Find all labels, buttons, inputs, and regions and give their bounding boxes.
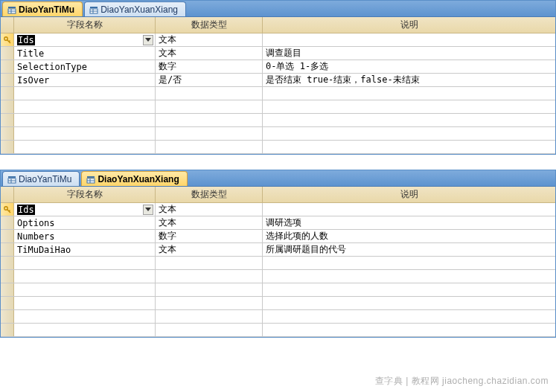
description-cell[interactable] — [263, 203, 555, 216]
row-gutter[interactable] — [1, 74, 14, 86]
header-field-name[interactable]: 字段名称 — [14, 17, 156, 33]
data-type-cell[interactable] — [156, 114, 263, 126]
grid-row[interactable]: TiMuDaiHao 文本 所属调研题目的代号 — [1, 243, 555, 257]
row-gutter[interactable] — [1, 141, 14, 153]
grid-row[interactable]: IsOver 是/否 是否结束 true-结束，false-未结束 — [1, 74, 555, 87]
row-gutter[interactable] — [1, 87, 14, 100]
header-field-name[interactable]: 字段名称 — [14, 187, 156, 202]
header-data-type[interactable]: 数据类型 — [156, 17, 263, 33]
description-cell[interactable]: 是否结束 true-结束，false-未结束 — [263, 74, 555, 86]
tab-diaoyanxuanxiang[interactable]: DiaoYanXuanXiang — [84, 1, 186, 16]
grid-row[interactable]: Title 文本 调查题目 — [1, 47, 555, 60]
description-cell[interactable] — [263, 324, 555, 336]
description-cell[interactable]: 调查题目 — [263, 47, 555, 60]
row-gutter[interactable] — [1, 230, 14, 242]
grid-row-empty[interactable] — [1, 141, 555, 154]
field-name-cell[interactable]: Title — [14, 47, 156, 60]
grid-row[interactable]: Numbers 数字 选择此项的人数 — [1, 230, 555, 243]
grid-row-empty[interactable] — [1, 100, 555, 114]
data-type-cell[interactable] — [156, 141, 263, 153]
data-type-cell[interactable]: 文本 — [156, 216, 263, 229]
row-gutter[interactable] — [1, 47, 14, 60]
grid-row-empty[interactable] — [1, 324, 555, 337]
description-cell[interactable]: 0-单选 1-多选 — [263, 60, 555, 73]
field-name-cell[interactable] — [14, 127, 156, 140]
field-name-cell[interactable] — [14, 283, 156, 296]
field-name-cell[interactable]: SelectionType — [14, 60, 156, 73]
grid-row-empty[interactable] — [1, 310, 555, 324]
row-gutter[interactable] — [1, 100, 14, 113]
field-name-cell[interactable]: Ids — [14, 203, 156, 216]
dropdown-button[interactable] — [143, 35, 153, 45]
grid-row-empty[interactable] — [1, 127, 555, 141]
grid-row-empty[interactable] — [1, 283, 555, 297]
data-type-cell[interactable] — [156, 127, 263, 140]
row-gutter[interactable] — [1, 216, 14, 229]
grid-row[interactable]: Ids 文本 — [1, 33, 555, 47]
row-gutter[interactable] — [1, 127, 14, 140]
data-type-cell[interactable] — [156, 297, 263, 309]
data-type-cell[interactable] — [156, 283, 263, 296]
field-name-cell[interactable]: TiMuDaiHao — [14, 243, 156, 256]
tab-diaoyanxuanxiang[interactable]: DiaoYanXuanXiang — [81, 171, 187, 186]
field-name-cell[interactable] — [14, 324, 156, 336]
data-type-cell[interactable]: 是/否 — [156, 74, 263, 86]
description-cell[interactable] — [263, 283, 555, 296]
grid-row-empty[interactable] — [1, 257, 555, 270]
data-type-cell[interactable] — [156, 87, 263, 100]
description-cell[interactable]: 所属调研题目的代号 — [263, 243, 555, 256]
data-type-cell[interactable]: 文本 — [156, 47, 263, 60]
grid-row-empty[interactable] — [1, 270, 555, 283]
field-name-cell[interactable]: IsOver — [14, 74, 156, 86]
data-type-cell[interactable] — [156, 324, 263, 336]
row-gutter[interactable] — [1, 297, 14, 309]
description-cell[interactable] — [263, 310, 555, 323]
field-name-cell[interactable] — [14, 310, 156, 323]
row-gutter[interactable] — [1, 33, 14, 46]
data-type-cell[interactable] — [156, 310, 263, 323]
grid-row-empty[interactable] — [1, 297, 555, 310]
description-cell[interactable] — [263, 100, 555, 113]
tab-diaoyantimu[interactable]: DiaoYanTiMu — [2, 171, 80, 186]
header-description[interactable]: 说明 — [263, 187, 555, 202]
grid-row[interactable]: Options 文本 调研选项 — [1, 216, 555, 230]
description-cell[interactable] — [263, 141, 555, 153]
grid-row[interactable]: SelectionType 数字 0-单选 1-多选 — [1, 60, 555, 74]
row-gutter[interactable] — [1, 114, 14, 126]
description-cell[interactable]: 选择此项的人数 — [263, 230, 555, 242]
header-description[interactable]: 说明 — [263, 17, 555, 33]
row-gutter[interactable] — [1, 283, 14, 296]
row-gutter[interactable] — [1, 324, 14, 336]
field-name-cell[interactable] — [14, 141, 156, 153]
description-cell[interactable] — [263, 127, 555, 140]
description-cell[interactable] — [263, 87, 555, 100]
data-type-cell[interactable] — [156, 257, 263, 269]
row-gutter[interactable] — [1, 270, 14, 283]
description-cell[interactable] — [263, 114, 555, 126]
data-type-cell[interactable]: 数字 — [156, 60, 263, 73]
description-cell[interactable] — [263, 33, 555, 46]
description-cell[interactable] — [263, 297, 555, 309]
data-type-cell[interactable]: 文本 — [156, 33, 263, 46]
data-type-cell[interactable]: 文本 — [156, 243, 263, 256]
field-name-cell[interactable] — [14, 87, 156, 100]
description-cell[interactable]: 调研选项 — [263, 216, 555, 229]
grid-row[interactable]: Ids 文本 — [1, 203, 555, 216]
row-gutter[interactable] — [1, 310, 14, 323]
grid-row-empty[interactable] — [1, 87, 555, 100]
description-cell[interactable] — [263, 270, 555, 283]
dropdown-button[interactable] — [143, 205, 153, 215]
row-gutter[interactable] — [1, 257, 14, 269]
data-type-cell[interactable] — [156, 100, 263, 113]
data-type-cell[interactable] — [156, 270, 263, 283]
tab-diaoyantimu[interactable]: DiaoYanTiMu — [2, 1, 83, 16]
data-type-cell[interactable]: 数字 — [156, 230, 263, 242]
row-gutter[interactable] — [1, 243, 14, 256]
header-data-type[interactable]: 数据类型 — [156, 187, 263, 202]
row-gutter[interactable] — [1, 60, 14, 73]
field-name-cell[interactable] — [14, 297, 156, 309]
data-type-cell[interactable]: 文本 — [156, 203, 263, 216]
grid-row-empty[interactable] — [1, 114, 555, 127]
field-name-cell[interactable]: Numbers — [14, 230, 156, 242]
field-name-cell[interactable] — [14, 114, 156, 126]
